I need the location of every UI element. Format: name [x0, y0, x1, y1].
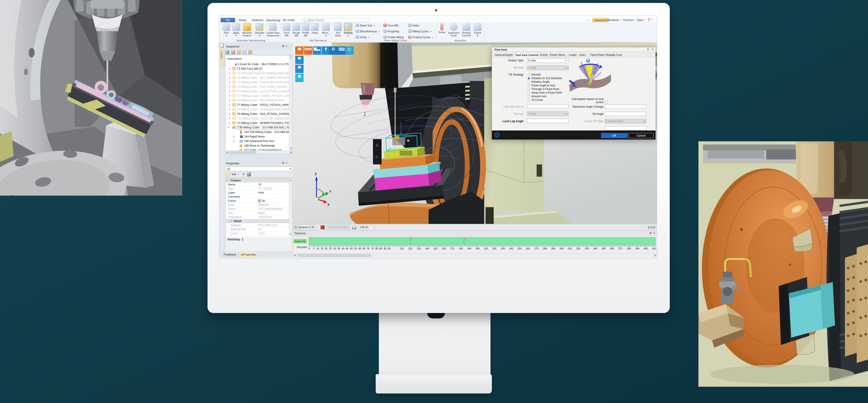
svg-text:X: X: [327, 203, 330, 206]
svg-text:Z: Z: [315, 172, 317, 176]
svg-text:Y: Y: [329, 190, 331, 193]
